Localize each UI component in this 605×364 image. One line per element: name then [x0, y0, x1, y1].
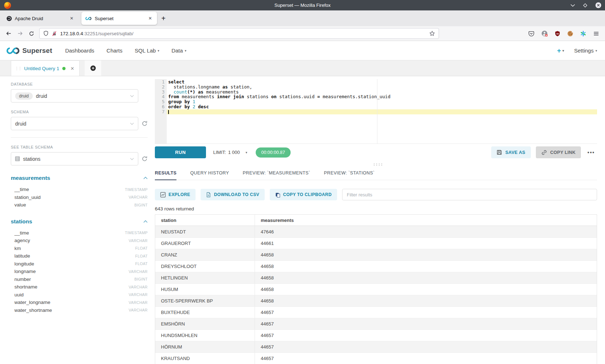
- query-tab-active[interactable]: ⋮⋮ Untitled Query 1 ✕: [11, 60, 80, 76]
- browser-tab-apache-druid[interactable]: Apache Druid ✕: [3, 12, 79, 25]
- panel-resize-handle[interactable]: [151, 161, 605, 168]
- column-type: VARCHAR: [129, 300, 148, 305]
- nav-label: Data: [171, 47, 183, 54]
- table-row[interactable]: CRANZ44658: [155, 249, 597, 260]
- extension-account-icon[interactable]: [541, 30, 548, 37]
- schema-column-row[interactable]: longnameVARCHAR: [11, 268, 148, 276]
- schema-column-row[interactable]: latitudeFLOAT: [11, 252, 148, 260]
- table-row[interactable]: DREYSCHLOOT44658: [155, 260, 597, 272]
- back-icon[interactable]: [6, 31, 12, 36]
- more-options-button[interactable]: •••: [585, 150, 597, 155]
- bookmark-star-icon[interactable]: [429, 31, 435, 36]
- table-row[interactable]: HUNDSMÜHLEN44657: [155, 329, 597, 341]
- results-tab[interactable]: PREVIEW: `MEASUREMENTS`: [243, 168, 310, 180]
- table-row[interactable]: GRAUERORT44661: [155, 237, 597, 249]
- table-cell: 44658: [255, 272, 597, 283]
- chevron-up-icon[interactable]: [143, 177, 148, 179]
- schema-table-header[interactable]: measurements: [11, 175, 148, 181]
- editor-code[interactable]: select stations.longname as station, cou…: [167, 79, 597, 144]
- shield-icon[interactable]: [43, 31, 49, 36]
- query-tab-close-icon[interactable]: ✕: [71, 66, 75, 71]
- save-as-button[interactable]: SAVE AS: [491, 146, 531, 158]
- database-select[interactable]: druid druid: [11, 89, 138, 103]
- schema-column-row[interactable]: longitudeFLOAT: [11, 260, 148, 268]
- window-minimize-icon[interactable]: [570, 4, 575, 7]
- chevron-up-icon[interactable]: [143, 220, 148, 223]
- copy-clipboard-button[interactable]: COPY TO CLIPBOARD: [270, 189, 337, 200]
- sql-editor[interactable]: 1234567 select stations.longname as stat…: [155, 79, 597, 144]
- table-row[interactable]: HUSUM44658: [155, 283, 597, 295]
- results-tab[interactable]: RESULTS: [155, 168, 176, 180]
- schema-column-row[interactable]: station_uuidVARCHAR: [11, 194, 148, 201]
- filter-results-input[interactable]: [342, 189, 597, 200]
- schema-table-header[interactable]: stations: [11, 218, 148, 225]
- schema-column-row[interactable]: kmFLOAT: [11, 245, 148, 252]
- run-button[interactable]: RUN: [155, 146, 206, 158]
- ublock-icon[interactable]: U0: [555, 31, 560, 37]
- cookie-icon[interactable]: [567, 31, 573, 37]
- nav-dashboards[interactable]: Dashboards: [65, 47, 94, 54]
- schema-column-row[interactable]: water_longnameVARCHAR: [11, 299, 148, 306]
- download-csv-button[interactable]: DOWNLOAD TO CSV: [201, 189, 265, 200]
- window-close-icon[interactable]: [595, 2, 601, 8]
- schema-column-row[interactable]: __timeTIMESTAMP: [11, 186, 148, 194]
- lock-insecure-icon[interactable]: [52, 31, 57, 36]
- table-row[interactable]: HETLINGEN44658: [155, 272, 597, 283]
- table-row[interactable]: OSTE-SPERRWERK BP44658: [155, 295, 597, 306]
- tab-close-icon[interactable]: ✕: [147, 15, 153, 22]
- table-row[interactable]: NEUSTADT47646: [155, 226, 597, 237]
- schema-select[interactable]: druid: [11, 117, 138, 130]
- code-line[interactable]: group by 1: [167, 99, 597, 104]
- results-tab[interactable]: QUERY HISTORY: [190, 168, 229, 180]
- url-text[interactable]: 172.18.0.4:32251/superset/sqllab/: [60, 31, 426, 36]
- code-line[interactable]: from measurements inner join stations on…: [167, 94, 597, 99]
- schema-column-row[interactable]: uuidVARCHAR: [11, 291, 148, 299]
- code-line[interactable]: stations.longname as station,: [167, 85, 597, 90]
- explore-button[interactable]: EXPLORE: [155, 189, 196, 200]
- refresh-schema-icon[interactable]: [141, 120, 148, 127]
- tab-close-icon[interactable]: ✕: [68, 15, 75, 22]
- table-row[interactable]: KRAUTSAND44657: [155, 352, 597, 364]
- nav-charts[interactable]: Charts: [107, 47, 122, 54]
- schema-column-row[interactable]: agencyVARCHAR: [11, 237, 148, 245]
- limit-dropdown[interactable]: LIMIT: 1 000 ▾: [213, 150, 247, 155]
- schema-column-row[interactable]: __timeTIMESTAMP: [11, 229, 148, 237]
- drag-handle-icon[interactable]: ⋮⋮: [15, 66, 21, 71]
- url-bar[interactable]: 172.18.0.4:32251/superset/sqllab/: [39, 28, 439, 39]
- forward-icon[interactable]: [17, 31, 23, 36]
- table-row[interactable]: BUXTEHUDE44657: [155, 306, 597, 318]
- nav-sql-lab[interactable]: SQL Lab▾: [135, 47, 159, 54]
- column-name: uuid: [11, 292, 24, 297]
- extension-asterisk-icon[interactable]: [580, 31, 586, 37]
- refresh-table-icon[interactable]: [141, 156, 148, 162]
- reload-icon[interactable]: [29, 31, 34, 36]
- table-select[interactable]: stations: [11, 152, 138, 165]
- browser-toolbar: 172.18.0.4:32251/superset/sqllab/ U0: [0, 26, 605, 41]
- browser-tab-superset[interactable]: Superset ✕: [81, 12, 157, 25]
- results-tab[interactable]: PREVIEW: `STATIONS`: [324, 168, 375, 180]
- code-line[interactable]: order by 2 desc: [167, 104, 597, 109]
- code-line[interactable]: [167, 109, 597, 114]
- superset-navbar: Superset Dashboards Charts SQL Lab▾ Data…: [0, 41, 605, 60]
- code-line[interactable]: count(*) as measurements: [167, 90, 597, 95]
- schema-column-row[interactable]: water_shortnameVARCHAR: [11, 306, 148, 314]
- table-row[interactable]: EMSHÖRN44657: [155, 318, 597, 329]
- results-column-header[interactable]: station: [155, 215, 255, 226]
- schema-column-row[interactable]: valueBIGINT: [11, 201, 148, 209]
- results-column-header[interactable]: measurements: [255, 215, 597, 226]
- copy-link-button[interactable]: COPY LINK: [536, 146, 581, 158]
- schema-column-row[interactable]: numberBIGINT: [11, 276, 148, 283]
- new-item-menu[interactable]: +▾: [557, 47, 564, 55]
- new-query-tab-button[interactable]: [85, 60, 101, 76]
- superset-logo[interactable]: Superset: [6, 47, 52, 55]
- nav-data[interactable]: Data▾: [171, 47, 186, 54]
- code-line[interactable]: select: [167, 79, 597, 85]
- window-maximize-icon[interactable]: [583, 3, 587, 8]
- settings-menu[interactable]: Settings▾: [574, 47, 597, 54]
- table-row[interactable]: HÖRNUM44657: [155, 341, 597, 352]
- table-value: stations: [23, 156, 40, 162]
- pocket-icon[interactable]: [528, 31, 534, 37]
- schema-column-row[interactable]: shortnameVARCHAR: [11, 283, 148, 291]
- menu-icon[interactable]: [593, 31, 599, 37]
- new-tab-button[interactable]: +: [157, 14, 170, 23]
